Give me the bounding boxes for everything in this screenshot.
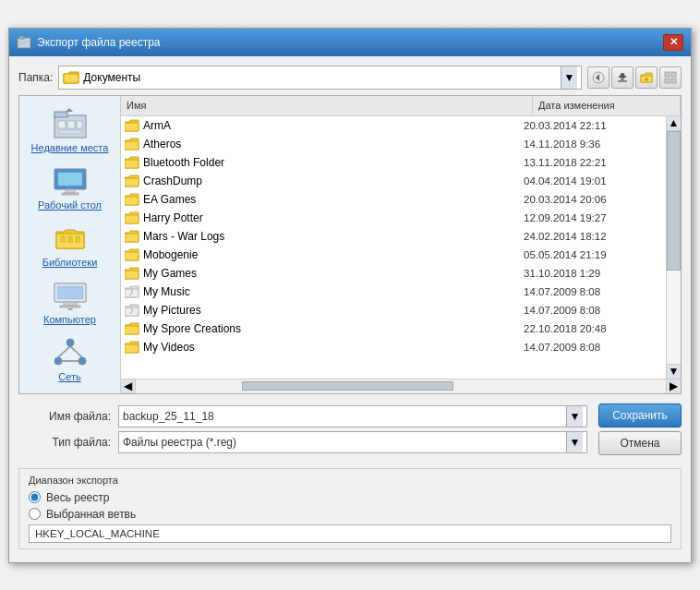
view-icon [664, 71, 677, 84]
file-row[interactable]: EA Games 20.03.2014 20:06 [121, 190, 666, 209]
libraries-icon [52, 222, 89, 255]
location-dropdown[interactable]: Документы ▼ [58, 66, 582, 90]
file-row[interactable]: Harry Potter 12.09.2014 19:27 [121, 209, 666, 227]
file-cell-date: 14.07.2009 8:08 [518, 285, 666, 298]
radio-all-label: Весь реестр [46, 491, 109, 504]
back-button[interactable] [587, 66, 609, 89]
file-row[interactable]: Mars - War Logs 24.02.2014 18:12 [121, 227, 666, 246]
file-row[interactable]: ♪ My Music 14.07.2009 8:08 [121, 283, 666, 301]
svg-marker-57 [125, 215, 139, 223]
file-cell-name: ArmA [121, 118, 518, 133]
sidebar-label-libraries: Библиотеки [42, 257, 98, 268]
file-cell-name: ♪ My Pictures [121, 303, 518, 318]
save-button[interactable]: Сохранить [598, 403, 682, 427]
sidebar-item-computer[interactable]: Компьютер [23, 275, 116, 329]
up-icon [616, 71, 629, 84]
file-folder-icon [125, 248, 139, 261]
radio-all[interactable] [29, 491, 41, 503]
file-folder-icon [125, 322, 139, 335]
network-icon [52, 336, 89, 369]
sidebar-label-computer: Компьютер [43, 314, 96, 325]
view-button[interactable] [659, 66, 682, 89]
dialog-window: Экспорт файла реестра ✕ Папка: Документы… [8, 28, 692, 563]
svg-rect-37 [64, 302, 77, 306]
location-dropdown-arrow[interactable]: ▼ [561, 66, 577, 89]
file-folder-icon [125, 267, 139, 280]
file-cell-date: 13.11.2018 22:21 [518, 156, 666, 169]
radio-branch[interactable] [29, 508, 41, 520]
cancel-button[interactable]: Отмена [598, 431, 682, 455]
title-bar-left: Экспорт файла реестра [17, 35, 161, 50]
bottom-form: Имя файла: backup_25_11_18 ▼ Тип файла: … [18, 400, 682, 459]
file-name: Harry Potter [143, 211, 203, 224]
sidebar-label-recent: Недавние места [31, 142, 109, 153]
filetype-input[interactable]: Файлы реестра (*.reg) ▼ [118, 431, 587, 453]
file-cell-date: 14.11.2018 9:36 [518, 138, 666, 151]
svg-point-39 [67, 308, 73, 310]
file-cell-name: Harry Potter [121, 211, 518, 225]
file-cell-date: 20.03.2014 20:06 [518, 193, 666, 206]
svg-marker-49 [125, 141, 139, 150]
svg-rect-36 [57, 286, 83, 299]
sidebar-item-libraries[interactable]: Библиотеки [23, 218, 116, 271]
file-cell-date: 12.09.2014 19:27 [518, 211, 666, 224]
filetype-value: Файлы реестра (*.reg) [123, 436, 566, 449]
scroll-left-button[interactable]: ◀ [121, 379, 136, 393]
file-row[interactable]: My Games 31.10.2018 1:29 [121, 264, 666, 283]
recent-icon [52, 107, 89, 140]
sidebar-item-recent[interactable]: Недавние места [23, 103, 116, 157]
svg-rect-32 [60, 235, 66, 243]
svg-rect-34 [75, 235, 80, 243]
file-list-scroll[interactable]: ArmA 20.03.2014 22:11 Atheros 14.11.2018… [121, 116, 666, 379]
radio-row-branch: Выбранная ветвь [29, 508, 671, 521]
file-row[interactable]: ArmA 20.03.2014 22:11 [121, 116, 666, 135]
svg-rect-33 [67, 235, 73, 243]
sidebar-item-desktop[interactable]: Рабочий стол [23, 161, 116, 214]
sidebar: Недавние места Рабочий стол [19, 96, 121, 393]
sidebar-item-network[interactable]: Сеть [23, 332, 116, 386]
svg-line-43 [58, 346, 70, 357]
file-row[interactable]: Bluetooth Folder 13.11.2018 22:21 [121, 153, 666, 172]
new-folder-button[interactable] [635, 66, 658, 89]
title-bar: Экспорт файла реестра ✕ [9, 29, 691, 56]
close-button[interactable]: ✕ [663, 34, 683, 51]
scroll-right-button[interactable]: ▶ [666, 379, 681, 393]
file-folder-icon: ♪ [125, 285, 139, 298]
radio-row-all: Весь реестр [29, 491, 671, 504]
svg-marker-51 [125, 160, 139, 168]
up-button[interactable] [611, 66, 634, 89]
file-row[interactable]: My Videos 14.07.2009 8:08 [121, 338, 666, 356]
filename-dropdown-arrow[interactable]: ▼ [566, 406, 583, 427]
file-cell-date: 14.07.2009 8:08 [518, 304, 666, 317]
vertical-scrollbar[interactable]: ▲ ▼ [666, 116, 681, 379]
dialog-body: Папка: Документы ▼ [9, 56, 691, 562]
filetype-dropdown-arrow[interactable]: ▼ [566, 432, 583, 452]
filetype-row: Тип файла: Файлы реестра (*.reg) ▼ [18, 431, 587, 453]
file-cell-name: My Videos [121, 340, 518, 355]
scroll-thumb[interactable] [667, 131, 681, 271]
file-row[interactable]: CrashDump 04.04.2014 19:01 [121, 172, 666, 190]
file-folder-icon [125, 211, 139, 224]
col-header-name: Имя [121, 96, 533, 115]
file-row[interactable]: Mobogenie 05.05.2014 21:19 [121, 246, 666, 264]
filename-input[interactable]: backup_25_11_18 ▼ [118, 405, 587, 427]
h-scroll-thumb[interactable] [242, 381, 454, 391]
file-cell-name: CrashDump [121, 174, 518, 188]
file-cell-date: 31.10.2018 1:29 [518, 267, 666, 280]
svg-marker-59 [125, 234, 139, 242]
file-list-area: Имя Дата изменения ArmA 20.03.2014 22:11 [121, 96, 681, 393]
file-row[interactable]: ♪ My Pictures 14.07.2009 8:08 [121, 301, 666, 319]
scroll-down-button[interactable]: ▼ [667, 364, 681, 379]
file-cell-name: EA Games [121, 192, 518, 207]
file-folder-icon [125, 138, 139, 151]
window-title: Экспорт файла реестра [37, 36, 161, 49]
svg-marker-55 [125, 197, 139, 205]
scroll-up-button[interactable]: ▲ [667, 116, 681, 131]
file-cell-date: 20.03.2014 22:11 [518, 119, 666, 132]
svg-rect-24 [58, 130, 82, 134]
file-row[interactable]: Atheros 14.11.2018 9:36 [121, 135, 666, 153]
svg-rect-27 [58, 173, 82, 186]
file-folder-icon [125, 156, 139, 169]
file-row[interactable]: My Spore Creations 22.10.2018 20:48 [121, 319, 666, 338]
file-cell-date: 05.05.2014 21:19 [518, 248, 666, 261]
